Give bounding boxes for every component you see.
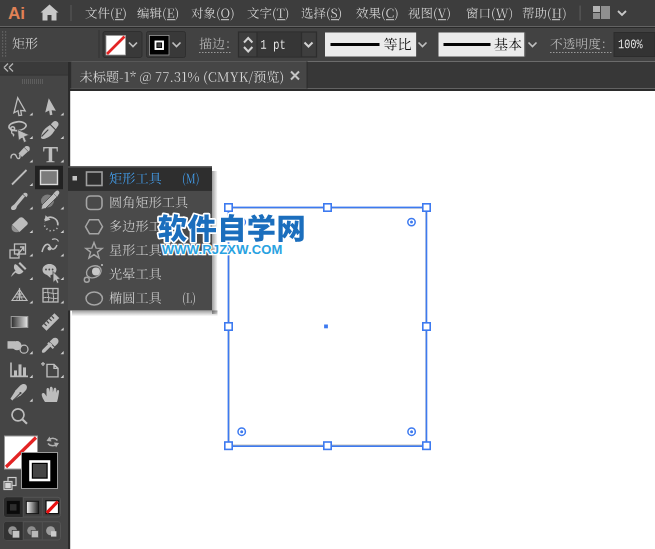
svg-text:Ai: Ai (8, 4, 25, 23)
svg-text:WWW.RJZXW.COM: WWW.RJZXW.COM (162, 242, 283, 257)
